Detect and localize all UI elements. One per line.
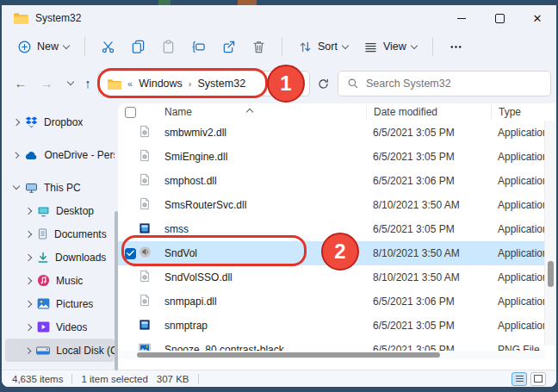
dropbox-icon <box>25 115 38 128</box>
selection-count: 1 item selected <box>81 374 147 384</box>
details-view-icon <box>516 376 524 383</box>
close-icon: ✕ <box>533 13 542 24</box>
chevron-right-icon[interactable] <box>25 323 32 330</box>
view-button[interactable]: View <box>356 35 424 59</box>
sort-icon <box>298 40 313 54</box>
maximize-button[interactable] <box>480 5 518 31</box>
sidebar-item-pictures[interactable]: Pictures <box>5 292 115 315</box>
share-icon <box>221 40 236 54</box>
chevron-right-icon[interactable] <box>25 347 32 354</box>
pictures-icon <box>37 298 50 309</box>
sidebar-item-documents[interactable]: Documents <box>5 222 115 246</box>
sidebar-item-local-disk-c[interactable]: Local Disk (C:) <box>5 339 115 362</box>
new-button-label: New <box>37 40 59 53</box>
large-icons-view-icon <box>534 375 542 383</box>
copy-button[interactable] <box>124 35 152 59</box>
sidebar-item-label: Videos <box>56 321 87 333</box>
file-row-smsroutersvc-dll[interactable]: SmsRouterSvc.dll8/10/2021 3:50 AMApplica… <box>118 193 556 217</box>
window-title: System32 <box>35 12 81 24</box>
annotation-box-address <box>97 68 268 98</box>
delete-button[interactable] <box>245 35 273 59</box>
sidebar-item-dropbox[interactable]: Dropbox <box>5 110 115 134</box>
sidebar-item-downloads[interactable]: Downloads <box>5 246 115 269</box>
chevron-down-icon[interactable] <box>13 183 20 190</box>
sidebar-item-label: OneDrive - Perso <box>44 149 115 161</box>
column-header-type[interactable]: Type <box>491 105 556 119</box>
search-input[interactable]: Search System32 <box>338 71 551 96</box>
select-all-checkbox[interactable] <box>125 107 136 118</box>
selection-size: 307 KB <box>157 374 189 384</box>
column-header-date-modified[interactable]: Date modified <box>366 105 491 119</box>
chevron-right-icon[interactable] <box>25 230 32 237</box>
forward-button[interactable]: → <box>36 72 57 93</box>
desktop-icon <box>37 205 50 217</box>
file-row-snmptrap[interactable]: snmptrap6/5/2021 3:05 PMApplication <box>118 314 556 338</box>
toolbar-divider <box>432 37 433 56</box>
status-divider <box>71 374 72 384</box>
sidebar-item-onedrive-perso[interactable]: OneDrive - Perso <box>5 143 115 166</box>
rename-button[interactable] <box>184 35 213 59</box>
sidebar-item-label: Pictures <box>56 298 93 310</box>
column-header-name[interactable]: Name <box>154 106 366 118</box>
new-button[interactable]: New <box>10 35 76 59</box>
sidebar-item-label: This PC <box>44 182 81 194</box>
sidebar-item-music[interactable]: Music <box>5 269 115 292</box>
minimize-button[interactable] <box>443 5 480 31</box>
copy-icon <box>131 40 146 54</box>
minimize-icon <box>457 18 466 19</box>
sidebar-item-desktop[interactable]: Desktop <box>5 199 115 222</box>
chevron-right-icon[interactable] <box>25 253 32 260</box>
dll-file-icon <box>139 197 151 210</box>
chevron-right-icon[interactable] <box>13 118 20 125</box>
onedrive-icon <box>24 150 38 160</box>
file-name: smphost.dll <box>154 175 366 187</box>
cut-button[interactable] <box>94 35 122 59</box>
back-button[interactable]: ← <box>10 72 31 93</box>
title-bar: System32 ✕ <box>2 5 556 31</box>
up-button[interactable]: ↑ <box>78 72 98 93</box>
navigation-pane: DropboxOneDrive - PersoThis PCDesktopDoc… <box>2 103 118 370</box>
vertical-scrollbar-thumb[interactable] <box>548 261 554 287</box>
command-toolbar: New <box>2 31 556 62</box>
chevron-right-icon[interactable] <box>25 300 32 307</box>
file-name: SmsRouterSvc.dll <box>154 199 366 211</box>
view-button-label: View <box>383 40 406 53</box>
chevron-right-icon[interactable] <box>13 151 20 158</box>
file-explorer-window: System32 ✕ New <box>2 5 556 387</box>
details-view-button[interactable] <box>512 372 527 386</box>
horizontal-scrollbar[interactable] <box>118 351 545 359</box>
toolbar-divider <box>84 37 85 56</box>
app-file-icon <box>139 222 151 234</box>
sidebar-item-label: Dropbox <box>44 116 83 128</box>
file-name: SndVolSSO.dll <box>154 271 366 283</box>
sidebar-item-videos[interactable]: Videos <box>5 315 115 339</box>
horizontal-scrollbar-thumb[interactable] <box>137 352 440 358</box>
dll-file-icon <box>139 294 151 307</box>
sidebar-item-this-pc[interactable]: This PC <box>5 176 115 199</box>
large-icons-view-button[interactable] <box>530 372 546 386</box>
chevron-right-icon[interactable] <box>25 207 32 214</box>
chevron-down-icon <box>63 41 70 48</box>
vertical-scrollbar[interactable] <box>544 121 556 345</box>
sidebar-item-label: Music <box>56 275 83 287</box>
file-row-snmpapi-dll[interactable]: snmpapi.dll6/5/2021 3:06 PMApplication e… <box>118 289 556 314</box>
sort-button[interactable]: Sort <box>291 35 355 59</box>
search-placeholder: Search System32 <box>366 78 451 90</box>
chevron-down-icon <box>67 78 74 84</box>
plus-circle-icon <box>17 40 32 54</box>
share-button[interactable] <box>214 35 243 59</box>
file-date-modified: 6/5/2021 3:05 PM <box>366 151 491 163</box>
chevron-right-icon[interactable] <box>25 277 32 283</box>
close-button[interactable]: ✕ <box>518 5 556 31</box>
file-row-smphost-dll[interactable]: smphost.dll6/5/2021 3:06 PMApplication e… <box>118 169 556 193</box>
rename-icon <box>191 40 206 54</box>
annotation-box-sndvol <box>121 235 307 266</box>
paste-button[interactable] <box>154 35 183 59</box>
refresh-button[interactable] <box>312 72 334 95</box>
file-date-modified: 6/5/2021 3:05 PM <box>366 127 491 139</box>
file-row-smiengine-dll[interactable]: SmiEngine.dll6/5/2021 3:05 PMApplication… <box>118 145 556 169</box>
file-row-smbwmiv2-dll[interactable]: smbwmiv2.dll6/5/2021 3:05 PMApplication … <box>118 121 556 145</box>
status-bar: 4,635 items 1 item selected 307 KB <box>2 370 556 387</box>
see-more-button[interactable] <box>442 35 470 59</box>
search-icon <box>347 78 359 90</box>
